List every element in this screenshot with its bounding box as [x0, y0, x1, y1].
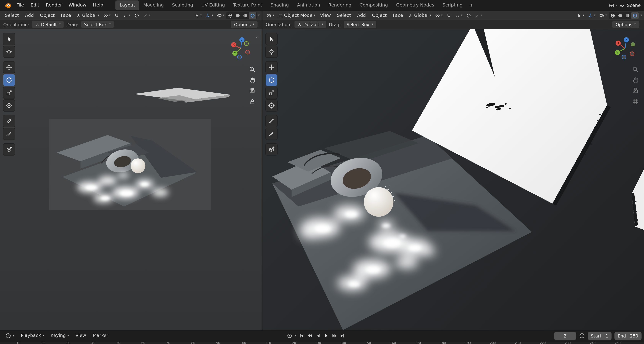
shading-material-button[interactable] — [624, 12, 632, 18]
orientation-select[interactable]: Default ▾ — [294, 21, 326, 28]
editor-type-dropdown[interactable]: ▾ — [264, 12, 276, 19]
menu-add[interactable]: Add — [354, 11, 369, 20]
tab-compositing[interactable]: Compositing — [356, 0, 392, 10]
tab-animation[interactable]: Animation — [293, 0, 324, 10]
menu-edit[interactable]: Edit — [28, 0, 43, 11]
grid-icon[interactable] — [632, 98, 639, 105]
shading-material-button[interactable] — [242, 12, 249, 18]
camera-icon[interactable] — [249, 87, 256, 94]
auto-key-dropdown[interactable]: ▾ — [295, 334, 296, 337]
shading-dropdown[interactable]: ▾ — [258, 14, 260, 17]
tool-move[interactable] — [266, 62, 277, 73]
tool-transform[interactable] — [266, 100, 277, 111]
tool-transform[interactable] — [3, 100, 15, 111]
viewport-right-canvas[interactable]: Z X Y — [262, 29, 644, 330]
shading-wireframe-button[interactable] — [609, 12, 617, 18]
menu-add[interactable]: Add — [22, 11, 37, 20]
proportional-editing-toggle[interactable] — [132, 12, 141, 19]
transform-orientation-dropdown[interactable]: Global▾ — [74, 12, 101, 19]
tab-modeling[interactable]: Modeling — [139, 0, 168, 10]
tab-geometry-nodes[interactable]: Geometry Nodes — [392, 0, 438, 10]
tool-add-cube[interactable] — [3, 144, 15, 155]
pivot-point-dropdown[interactable]: ▾ — [101, 12, 112, 19]
options-button[interactable]: Options▾ — [612, 21, 639, 28]
tool-tweak-select[interactable] — [266, 33, 277, 45]
selectability-dropdown[interactable]: ▾ — [575, 12, 586, 19]
menu-face[interactable]: Face — [390, 11, 406, 20]
next-keyframe-button[interactable] — [330, 332, 338, 340]
gizmos-dropdown[interactable]: ▾ — [204, 12, 215, 19]
tab-uv-editing[interactable]: UV Editing — [197, 0, 229, 10]
options-button[interactable]: Options▾ — [231, 21, 258, 28]
tool-rotate[interactable] — [266, 74, 277, 86]
menu-help[interactable]: Help — [90, 0, 106, 11]
previous-keyframe-button[interactable] — [306, 332, 314, 340]
shading-dropdown[interactable]: ▾ — [640, 14, 642, 17]
snap-toggle[interactable] — [444, 12, 453, 19]
snapping-dropdown[interactable]: ▾ — [453, 12, 464, 19]
proportional-falloff-dropdown[interactable]: ▾ — [473, 12, 484, 19]
hand-icon[interactable] — [249, 77, 256, 84]
tool-scale[interactable] — [266, 87, 277, 98]
scene-floating-plane[interactable] — [134, 88, 231, 102]
menu-object[interactable]: Object — [37, 11, 58, 20]
auto-key-button[interactable] — [286, 332, 293, 340]
add-workspace-button[interactable]: + — [467, 0, 476, 10]
proportional-falloff-dropdown[interactable]: ▾ — [141, 12, 152, 19]
scene-render-region[interactable] — [49, 119, 210, 210]
tool-cursor[interactable] — [266, 46, 277, 57]
gizmos-dropdown[interactable]: ▾ — [586, 12, 597, 19]
tab-layout[interactable]: Layout — [116, 0, 139, 10]
menu-view[interactable]: View — [72, 331, 89, 341]
timeline-editor-type-dropdown[interactable]: ▾ — [2, 333, 17, 339]
tool-rotate[interactable] — [3, 74, 15, 86]
jump-to-end-button[interactable] — [339, 332, 346, 340]
tab-scripting[interactable]: Scripting — [438, 0, 467, 10]
transform-orientation-dropdown[interactable]: Global▾ — [406, 12, 433, 19]
pivot-point-dropdown[interactable]: ▾ — [433, 12, 444, 19]
proportional-editing-toggle[interactable] — [464, 12, 473, 19]
play-reverse-button[interactable] — [314, 332, 322, 340]
camera-icon[interactable] — [632, 87, 639, 94]
tool-move[interactable] — [3, 62, 15, 73]
tool-scale[interactable] — [3, 87, 15, 98]
tool-cursor[interactable] — [3, 46, 15, 57]
tab-sculpting[interactable]: Sculpting — [168, 0, 197, 10]
viewport-left-canvas[interactable]: Z X Y ‹ — [0, 29, 262, 330]
sidebar-toggle-icon[interactable]: ‹ — [256, 34, 258, 40]
tab-shading[interactable]: Shading — [266, 0, 293, 10]
zoom-icon[interactable] — [632, 66, 639, 73]
orientation-select[interactable]: Default ▾ — [32, 21, 64, 28]
drag-select[interactable]: Select Box▾ — [81, 21, 114, 28]
shading-wireframe-button[interactable] — [227, 12, 234, 18]
menu-render[interactable]: Render — [43, 0, 65, 11]
menu-marker[interactable]: Marker — [90, 331, 111, 341]
zoom-icon[interactable] — [249, 66, 256, 73]
tool-tweak-select[interactable] — [3, 33, 15, 45]
snapping-dropdown[interactable]: ▾ — [121, 12, 132, 19]
scene-sphere-small[interactable] — [130, 158, 145, 173]
tab-texture-paint[interactable]: Texture Paint — [229, 0, 266, 10]
scene-selector[interactable]: ▾ Scene — [608, 0, 640, 11]
menu-window[interactable]: Window — [65, 0, 90, 11]
menu-select[interactable]: Select — [334, 11, 354, 20]
tool-measure[interactable] — [3, 128, 15, 139]
drag-select[interactable]: Select Box▾ — [344, 21, 376, 28]
snap-toggle[interactable] — [112, 12, 121, 19]
menu-object[interactable]: Object — [369, 11, 390, 20]
overlays-dropdown[interactable]: ▾ — [215, 12, 226, 19]
menu-file[interactable]: File — [13, 0, 28, 11]
end-frame-field[interactable]: End250 — [614, 332, 642, 340]
tool-measure[interactable] — [266, 128, 277, 139]
time-clock-icon[interactable] — [579, 333, 585, 339]
navigation-gizmo[interactable]: Z X Y — [614, 37, 636, 60]
play-button[interactable] — [322, 332, 330, 340]
shading-solid-button[interactable] — [616, 12, 624, 18]
navigation-gizmo[interactable]: Z X Y — [229, 37, 252, 60]
menu-playback[interactable]: Playback▾ — [18, 331, 47, 341]
menu-face[interactable]: Face — [58, 11, 74, 20]
menu-view[interactable]: View — [317, 11, 334, 20]
mode-dropdown[interactable]: Object Mode▾ — [276, 12, 317, 19]
selectability-dropdown[interactable]: ▾ — [192, 12, 204, 19]
tool-annotate[interactable] — [266, 115, 277, 127]
